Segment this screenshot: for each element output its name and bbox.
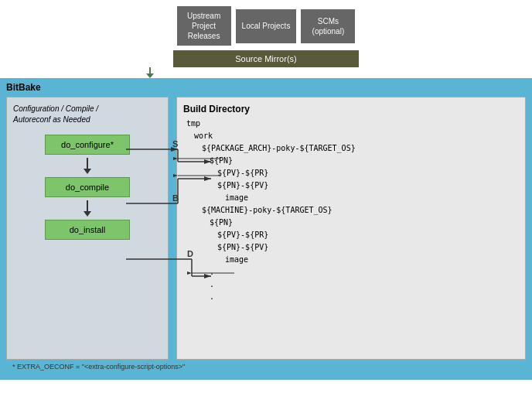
upstream-box: Upstream Project Releases (177, 6, 231, 46)
source-mirror-box: Source Mirror(s) (173, 50, 359, 67)
build-title: Build Directory (183, 104, 519, 114)
build-panel: Build Directory tmp work ${PACKAGE_ARCH}… (176, 97, 526, 360)
bitbake-label: BitBake (6, 82, 526, 93)
config-title: Configuration / Compile /Autoreconf as N… (13, 104, 162, 125)
do-configure-box[interactable]: do_configure* (45, 135, 130, 155)
scms-box: SCMs (optional) (301, 9, 355, 43)
footer-note: * EXTRA_OECONF = "<extra-configure-scrip… (6, 363, 526, 371)
dir-tree: tmp work ${PACKAGE_ARCH}-poky-${TARGET_O… (186, 118, 519, 303)
panels-wrapper: Configuration / Compile /Autoreconf as N… (6, 97, 526, 360)
top-boxes-row: Upstream Project Releases Local Projects… (177, 6, 356, 46)
local-projects-box: Local Projects (236, 9, 297, 43)
do-install-box[interactable]: do_install (45, 220, 130, 240)
bitbake-section: BitBake Configuration / Compile /Autorec… (0, 78, 532, 380)
top-section: Upstream Project Releases Local Projects… (0, 0, 532, 67)
do-compile-box[interactable]: do_compile (45, 177, 130, 197)
config-panel: Configuration / Compile /Autoreconf as N… (6, 97, 169, 360)
